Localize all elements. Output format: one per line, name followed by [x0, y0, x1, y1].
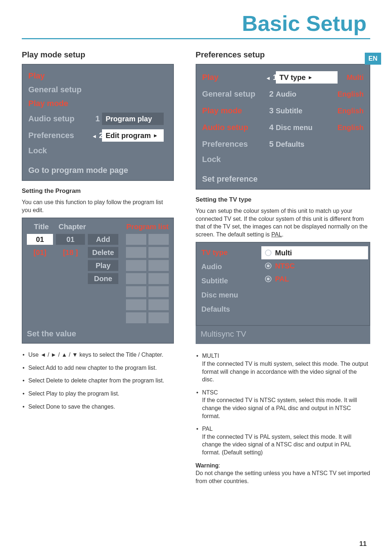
menu-item-audio-setup[interactable]: Audio setup	[28, 114, 92, 123]
tvbox-item-disc-menu[interactable]: Disc menu	[201, 291, 255, 299]
setting-the-program-body: You can use this function to play follow…	[22, 198, 174, 214]
title-value-selected[interactable]: [01]	[27, 247, 53, 258]
program-list-slot[interactable]	[148, 286, 169, 297]
page-title: Basic Setup	[242, 11, 367, 36]
instruction-item: Select Add to add new chapter to the pro…	[28, 364, 174, 372]
tv-type-option-pal[interactable]: PAL	[265, 272, 364, 285]
chapter-value-top[interactable]: 01	[56, 234, 85, 245]
program-list-slot[interactable]	[126, 260, 146, 271]
edit-program-option[interactable]: Edit program	[102, 129, 164, 142]
preferences-setup-heading: Preferences setup	[196, 50, 370, 60]
tv-type-option-multi[interactable]: Multi	[261, 246, 368, 259]
warning-block: Warning: Do not change the setting unles…	[196, 462, 370, 485]
radio-icon	[265, 250, 271, 256]
preferences-menu-footer: Set preference	[196, 171, 369, 189]
instruction-item: Select Done to save the changes.	[28, 403, 174, 411]
tvbox-item-defaults[interactable]: Defaults	[201, 305, 255, 313]
preferences-menu: Play 1 TV type Multi General setup 2 Aud…	[196, 64, 370, 190]
program-instructions: Use ◄ / ► / ▲ / ▼ keys to select the Tit…	[22, 351, 174, 410]
tv-type-option-ntsc[interactable]: NTSC	[265, 259, 364, 272]
subtitle-row[interactable]: Subtitle	[276, 105, 338, 117]
tv-type-desc-pal: PAL If the connected TV is PAL system, s…	[202, 425, 370, 456]
right-column: Preferences setup Play 1 TV type Multi G…	[196, 50, 370, 489]
defaults-row[interactable]: Defaults	[276, 138, 338, 150]
option-2-number: 2	[92, 131, 100, 140]
program-play-option[interactable]: Program play	[102, 113, 164, 125]
title-value-top[interactable]: 01	[27, 234, 53, 245]
setting-tv-type-heading: Setting the TV type	[196, 196, 370, 203]
tv-type-value: Multi	[347, 73, 364, 82]
tv-type-descriptions: MULTI If the connected TV is multi syste…	[196, 352, 370, 456]
menu-item-play[interactable]: Play	[28, 71, 92, 81]
tv-type-box: TV type Audio Subtitle Disc menu Default…	[196, 242, 370, 344]
program-list-slot[interactable]	[148, 260, 169, 271]
menu-item-lock[interactable]: Lock	[28, 146, 92, 155]
program-list-slot[interactable]	[126, 312, 146, 323]
row-5-number: 5	[266, 139, 274, 149]
program-list-slot[interactable]	[126, 286, 146, 297]
menu-item-preferences[interactable]: Preferences	[28, 131, 92, 140]
menu-item-audio-setup[interactable]: Audio setup	[202, 123, 266, 132]
menu-item-play-mode[interactable]: Play mode	[202, 106, 266, 116]
page-header: Basic Setup	[22, 11, 370, 39]
play-mode-setup-heading: Play mode setup	[22, 50, 174, 60]
radio-icon	[265, 263, 271, 269]
row-3-number: 3	[266, 106, 274, 116]
tv-type-desc-multi: MULTI If the connected TV is multi syste…	[202, 352, 370, 383]
menu-item-preferences[interactable]: Preferences	[202, 139, 266, 149]
col-program-list: Program list	[121, 223, 169, 231]
tvbox-item-audio[interactable]: Audio	[201, 263, 255, 271]
delete-button[interactable]: Delete	[88, 247, 118, 258]
program-editor-footer: Set the value	[27, 329, 169, 339]
program-list-slot[interactable]	[148, 312, 169, 323]
audio-row[interactable]: Audio	[276, 88, 338, 100]
program-list-slot[interactable]	[148, 273, 169, 284]
program-list-slot[interactable]	[148, 247, 169, 258]
menu-item-general-setup[interactable]: General setup	[202, 89, 266, 99]
done-button[interactable]: Done	[88, 273, 118, 284]
subtitle-value: English	[338, 107, 364, 115]
radio-icon	[265, 276, 271, 282]
tv-type-row[interactable]: TV type	[276, 71, 338, 84]
disc-menu-row[interactable]: Disc menu	[276, 121, 338, 134]
play-menu-footer: Go to program mode page	[23, 162, 173, 180]
menu-item-general-setup[interactable]: General setup	[28, 85, 92, 94]
tv-type-box-footer: Multisync TV	[196, 326, 370, 344]
program-list-slot[interactable]	[126, 299, 146, 310]
program-list-slot[interactable]	[148, 234, 169, 245]
row-1-number: 1	[266, 73, 274, 82]
instruction-item: Select Play to play the program list.	[28, 390, 174, 398]
disc-menu-value: English	[338, 123, 364, 132]
play-mode-menu: Play General setup Play mode Audio setup…	[22, 64, 174, 181]
play-button[interactable]: Play	[88, 260, 118, 271]
tv-type-desc-ntsc: NTSC If the connected TV is NTSC system,…	[202, 389, 370, 420]
page-number: 11	[359, 540, 367, 548]
program-editor: Title Chapter Program list 01 [01] 01 [1…	[22, 218, 174, 344]
menu-item-lock[interactable]: Lock	[202, 155, 266, 164]
menu-item-play[interactable]: Play	[202, 73, 266, 82]
language-tab: EN	[365, 53, 381, 65]
audio-value: English	[338, 90, 364, 98]
tvbox-item-subtitle[interactable]: Subtitle	[201, 277, 255, 285]
program-list-slot[interactable]	[126, 234, 146, 245]
setting-the-program-heading: Setting the Program	[22, 187, 174, 195]
left-column: Play mode setup Play General setup Play …	[22, 50, 174, 489]
option-1-number: 1	[92, 114, 100, 123]
setting-tv-type-body: You can setup the colour system of this …	[196, 207, 370, 238]
add-button[interactable]: Add	[88, 234, 118, 245]
program-list-slot[interactable]	[126, 273, 146, 284]
row-4-number: 4	[266, 123, 274, 132]
col-chapter: Chapter	[56, 223, 89, 231]
program-list-slot[interactable]	[148, 299, 169, 310]
tvbox-item-tv-type[interactable]: TV type	[201, 248, 255, 257]
chapter-value-selected[interactable]: [18 ]	[56, 247, 85, 258]
program-list-slot[interactable]	[126, 247, 146, 258]
instruction-item: Use ◄ / ► / ▲ / ▼ keys to select the Tit…	[28, 351, 174, 359]
col-title: Title	[27, 223, 56, 231]
row-2-number: 2	[266, 89, 274, 99]
menu-item-play-mode[interactable]: Play mode	[28, 99, 92, 108]
instruction-item: Select Delete to delete chapter from the…	[28, 377, 174, 385]
